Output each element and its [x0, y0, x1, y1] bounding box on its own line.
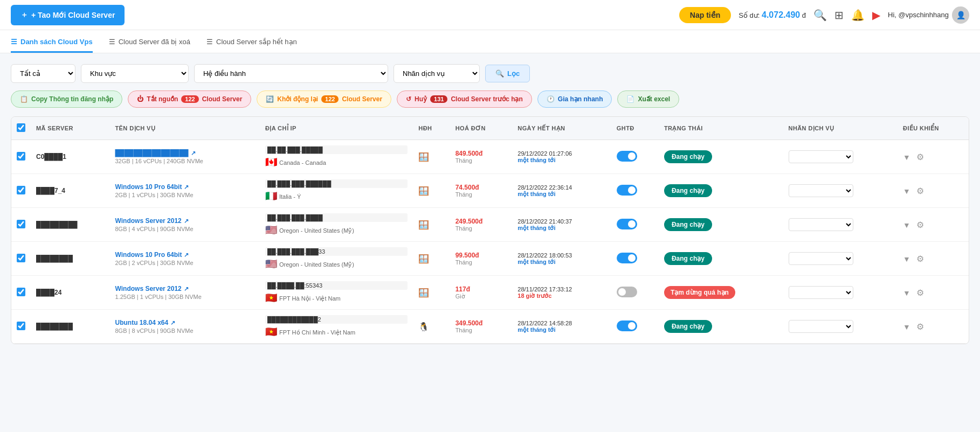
nhan-dich-vu-row-select[interactable]: [789, 320, 853, 333]
expire-date: 28/11/2022 17:33:12: [517, 286, 606, 292]
server-ip-cell: ██.███.███.███33 🇺🇸 Oregon - United Stat…: [260, 242, 413, 276]
status-badge: Đang chạy: [664, 184, 712, 197]
create-server-button[interactable]: ＋ + Tao Mới Cloud Server: [11, 5, 125, 25]
table-row: █████████ Windows Server 2012 ↗ 8GB | 4 …: [11, 208, 969, 242]
nhan-dich-vu-row-select[interactable]: [789, 218, 853, 231]
settings-icon[interactable]: ⚙: [916, 322, 924, 331]
server-name-link[interactable]: Windows 10 Pro 64bit ↗: [115, 183, 254, 191]
toggle-switch[interactable]: [617, 185, 637, 196]
tat-ca-select[interactable]: Tất cả: [11, 64, 75, 83]
chevron-down-icon[interactable]: ▼: [903, 289, 910, 297]
external-link-icon: ↗: [184, 285, 189, 292]
header-right: Nap tiền Số dư: 4.072.490 đ 🔍 ⊞ 🔔 ▶ Hi, …: [679, 6, 969, 24]
table-row: ████7_4 Windows 10 Pro 64bit ↗ 2GB | 1 v…: [11, 174, 969, 208]
external-link-icon: ↗: [191, 150, 196, 157]
nhan-dich-vu-select[interactable]: Nhãn dịch vụ: [394, 64, 480, 83]
select-all-checkbox[interactable]: [17, 123, 25, 132]
grid-icon[interactable]: ⊞: [834, 9, 844, 22]
copy-login-button[interactable]: 📋 Copy Thông tin đăng nhập: [11, 90, 122, 108]
khu-vuc-select[interactable]: Khu vực: [81, 64, 189, 83]
chevron-down-icon[interactable]: ▼: [903, 255, 910, 263]
server-id: █████████: [31, 208, 110, 242]
server-spec: 2GB | 1 vCPUs | 30GB NVMe: [115, 192, 254, 198]
gia-han-button[interactable]: 🕐 Gia hạn nhanh: [537, 90, 612, 108]
bell-icon[interactable]: 🔔: [851, 9, 865, 22]
toggle-switch[interactable]: [617, 219, 637, 229]
nhan-dich-vu-row-select[interactable]: [789, 184, 853, 197]
power-icon: ⏻: [137, 95, 143, 103]
nhan-dich-vu-row-select[interactable]: [789, 252, 853, 265]
chevron-down-icon[interactable]: ▼: [903, 323, 910, 331]
server-ip[interactable]: ██.██.███.█████: [265, 145, 408, 154]
server-name-link[interactable]: Windows Server 2012 ↗: [115, 217, 254, 225]
server-ip[interactable]: ██.███.███.███33: [265, 247, 408, 256]
settings-icon[interactable]: ⚙: [916, 254, 924, 263]
server-price: 74.500đ: [456, 184, 507, 191]
server-status-cell: Đang chạy: [659, 208, 783, 242]
chevron-down-icon[interactable]: ▼: [903, 153, 910, 162]
settings-icon[interactable]: ⚙: [916, 288, 924, 297]
server-toggle-cell: [611, 310, 659, 344]
os-icon: 🪟: [418, 186, 429, 196]
server-ip[interactable]: ██.███.███.██████: [265, 179, 408, 188]
row-checkbox[interactable]: [17, 322, 25, 330]
tab-da-bi-xoa[interactable]: ☰ Cloud Server đã bị xoá: [109, 30, 190, 53]
server-os-cell: 🪟: [413, 140, 450, 174]
restart-button[interactable]: 🔄 Khởi động lại 122 Cloud Server: [257, 90, 391, 108]
col-dieu-khien: ĐIỀU KHIỂN: [898, 117, 969, 140]
server-name-link[interactable]: Windows 10 Pro 64bit ↗: [115, 251, 254, 259]
toggle-switch[interactable]: [617, 320, 637, 331]
table-header-row: MÃ SERVER TÊN DỊCH VỤ ĐỊA CHỈ IP HĐH HOÁ…: [11, 117, 969, 140]
user-info[interactable]: Hi, @vpschinhhang 👤: [888, 6, 969, 24]
search-icon[interactable]: 🔍: [813, 9, 827, 22]
tab-sap-het-han[interactable]: ☰ Cloud Server sắp hết hạn: [206, 30, 297, 53]
avatar: 👤: [952, 6, 969, 24]
location-flag: 🇮🇹: [265, 190, 277, 202]
cancel-button[interactable]: ↺ Huỷ 131 Cloud Server trước hạn: [397, 90, 532, 108]
chevron-down-icon[interactable]: ▼: [903, 221, 910, 229]
location-flag: 🇻🇳: [265, 326, 277, 338]
nhan-dich-vu-row-select[interactable]: [789, 150, 853, 163]
server-name-link[interactable]: ████████████████ ↗: [115, 149, 254, 157]
server-expire-cell: 28/12/2022 14:58:28 một tháng tới: [512, 310, 611, 344]
server-price-cell: 99.500đ Tháng: [450, 242, 513, 276]
nhan-dich-vu-row-select[interactable]: [789, 286, 853, 299]
loc-button[interactable]: 🔍 Lọc: [485, 65, 530, 82]
turn-off-button[interactable]: ⏻ Tắt nguồn 122 Cloud Server: [128, 90, 251, 108]
server-name-cell: Windows 10 Pro 64bit ↗ 2GB | 1 vCPUs | 3…: [110, 174, 260, 208]
server-period: Tháng: [456, 225, 507, 232]
server-status-cell: Đang chạy: [659, 174, 783, 208]
chevron-down-icon[interactable]: ▼: [903, 187, 910, 196]
server-name-cell: Ubuntu 18.04 x64 ↗ 8GB | 8 vCPUs | 90GB …: [110, 310, 260, 344]
server-ip[interactable]: ██.███.███.████: [265, 213, 408, 222]
nap-tien-button[interactable]: Nap tiền: [679, 7, 731, 23]
row-checkbox[interactable]: [17, 288, 25, 296]
expire-label: một tháng tới: [517, 157, 606, 164]
row-checkbox[interactable]: [17, 220, 25, 228]
server-name-link[interactable]: Ubuntu 18.04 x64 ↗: [115, 319, 254, 326]
hdh-select[interactable]: Hệ điều hành: [194, 64, 388, 83]
server-name-link[interactable]: Windows Server 2012 ↗: [115, 285, 254, 292]
external-link-icon: ↗: [184, 218, 189, 225]
settings-icon[interactable]: ⚙: [916, 152, 924, 162]
balance-label: Số dư: 4.072.490 đ: [739, 10, 806, 20]
toggle-switch[interactable]: [617, 253, 637, 263]
export-excel-button[interactable]: 📄 Xuất excel: [617, 90, 679, 108]
youtube-icon[interactable]: ▶: [872, 9, 880, 22]
toggle-switch[interactable]: [617, 287, 637, 297]
os-icon: 🪟: [418, 254, 429, 263]
toggle-switch[interactable]: [617, 151, 637, 162]
server-ip[interactable]: ████████████2: [265, 315, 408, 324]
row-checkbox-cell: [11, 140, 31, 174]
content-area: Tất cả Khu vực Hệ điều hành Nhãn dịch vụ…: [0, 53, 980, 355]
row-checkbox[interactable]: [17, 254, 25, 262]
settings-icon[interactable]: ⚙: [916, 186, 924, 196]
settings-icon[interactable]: ⚙: [916, 220, 924, 229]
server-os-cell: 🐧: [413, 310, 450, 344]
row-checkbox[interactable]: [17, 186, 25, 194]
tabs-bar: ☰ Danh sách Cloud Vps ☰ Cloud Server đã …: [0, 30, 980, 53]
server-nhan-cell: [783, 140, 898, 174]
server-ip[interactable]: ██.████.██:55343: [265, 281, 408, 290]
row-checkbox[interactable]: [17, 152, 25, 161]
tab-danh-sach[interactable]: ☰ Danh sách Cloud Vps: [11, 30, 93, 53]
